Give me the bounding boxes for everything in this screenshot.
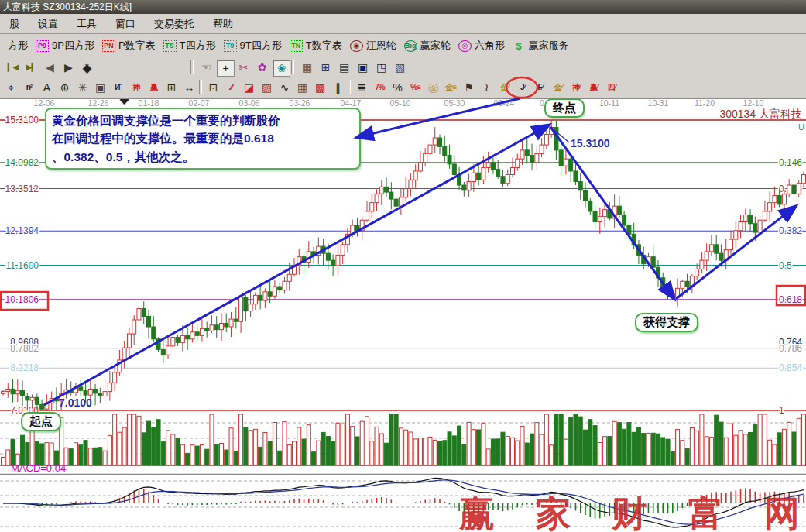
toolbar-drawing-tools: ⌖n²A⊕✳▣И˝神赢⊞↔⊡∕∕∕◪▨∿▦▩∥≣7%%%≡㊎金≡⚑≀金∕J∕F∕… xyxy=(0,77,806,99)
brain-tool-icon[interactable]: ❀ xyxy=(273,60,290,77)
svg-text:MACD=0.04: MACD=0.04 xyxy=(11,462,66,474)
svg-text:12-26: 12-26 xyxy=(88,98,109,108)
calculator-icon[interactable]: ⊞ xyxy=(317,60,334,75)
menu-item-1[interactable]: 设置 xyxy=(29,17,67,31)
ruler-123-icon[interactable]: ≣ xyxy=(354,80,370,95)
svg-text:06-24: 06-24 xyxy=(494,98,515,108)
hand-tool-icon[interactable]: ☜ xyxy=(198,60,214,75)
shen-tool-icon[interactable]: 神 xyxy=(128,80,144,95)
svg-text:05-10: 05-10 xyxy=(390,98,411,108)
zigzag-icon[interactable]: ∿ xyxy=(276,80,293,95)
T数字表-icon: TN xyxy=(290,40,303,52)
save-web-icon[interactable]: ◳ xyxy=(373,60,389,75)
box-tool-icon[interactable]: ⊡ xyxy=(205,80,221,95)
svg-text:8.7882: 8.7882 xyxy=(10,343,39,354)
angle-a-icon[interactable]: A xyxy=(39,80,55,95)
toolbar-item-9T四方形[interactable]: T99T四方形 xyxy=(224,39,282,53)
toolbar-item-六角形[interactable]: ◎六角形 xyxy=(458,39,505,53)
svg-text:0.854: 0.854 xyxy=(779,362,802,373)
peak-price-callout: 15.3100 xyxy=(571,137,610,149)
toolbar-item-P数字表[interactable]: PNP数字表 xyxy=(102,39,156,53)
toolbar-item-T数字表[interactable]: TNT数字表 xyxy=(290,39,342,53)
gold-circle-icon[interactable]: ㊎ xyxy=(425,80,441,95)
percent-lines-icon[interactable]: %≡ xyxy=(407,80,424,95)
pattern-tool-icon[interactable]: ✿ xyxy=(254,60,270,75)
pct7-icon[interactable]: 7% xyxy=(372,80,388,95)
tooltip-line-2: 在回调过程中的支撑位。最重要的是0.618 xyxy=(52,129,354,147)
svg-text:0.5: 0.5 xyxy=(779,260,792,271)
tooltip-line-3: 、0.382、0.5，其他次之。 xyxy=(52,148,354,166)
gann-compass-icon[interactable]: ⊕ xyxy=(57,80,73,95)
star-grid-icon[interactable]: ✳ xyxy=(74,80,91,95)
save-icon[interactable]: ▣ xyxy=(355,60,371,75)
toolbar-item-赢家服务[interactable]: $赢家服务 xyxy=(513,39,569,53)
wave-icon[interactable]: ≀ xyxy=(478,80,495,95)
toolbar-separator xyxy=(190,60,194,74)
percent-icon[interactable]: % xyxy=(389,80,406,95)
crosshair-tool-icon[interactable]: + xyxy=(217,60,235,77)
j-slash-icon[interactable]: J∕ xyxy=(514,80,530,95)
box-grid-icon[interactable]: ▣ xyxy=(92,80,108,95)
notes-icon[interactable]: ▤ xyxy=(336,60,352,75)
svg-text:15.3100: 15.3100 xyxy=(5,115,39,125)
pin-tool-icon[interactable]: ✂ xyxy=(235,60,252,75)
svg-text:13.3512: 13.3512 xyxy=(5,184,39,194)
toolbar-item-赢家轮[interactable]: Big赢家轮 xyxy=(404,39,451,53)
svg-text:8.2218: 8.2218 xyxy=(10,362,39,373)
red-grid-icon[interactable]: ▦ xyxy=(294,80,310,95)
toolbar-separator xyxy=(348,80,351,94)
svg-text:02-07: 02-07 xyxy=(189,98,210,108)
si-slash-icon[interactable]: 四∕ xyxy=(603,80,619,95)
menu-item-0[interactable]: 股 xyxy=(0,17,29,31)
num-grid-icon[interactable]: ⊞ xyxy=(163,80,180,95)
赢家轮-icon: Big xyxy=(404,40,417,52)
svg-text:05-30: 05-30 xyxy=(444,98,465,108)
parallel-icon[interactable]: ∥ xyxy=(330,80,346,95)
shen-slash-icon[interactable]: 神∕ xyxy=(568,80,584,95)
title-bar[interactable]: 大富科技 SZ300134-252日K线] xyxy=(0,0,806,14)
gold-retracement-tooltip: 黄金价格回调支撑位是一个重要的判断股价 在回调过程中的支撑位。最重要的是0.61… xyxy=(45,108,361,170)
svg-text:11-20: 11-20 xyxy=(695,98,715,108)
svg-text:12-10: 12-10 xyxy=(743,98,764,108)
f-slash-icon[interactable]: F∕ xyxy=(532,80,548,95)
ying-slash-icon[interactable]: 赢∕ xyxy=(585,80,602,95)
nav-prev-icon[interactable]: ◀ xyxy=(42,60,58,75)
target-cross-icon[interactable]: ⌖ xyxy=(3,80,19,95)
fan-box-icon[interactable]: ◪ xyxy=(241,80,257,95)
nav-next-icon[interactable]: ▶ xyxy=(60,60,77,75)
svg-text:U: U xyxy=(798,122,804,132)
toolbar-item-9P四方形[interactable]: P99P四方形 xyxy=(36,39,94,53)
n-squared-icon[interactable]: n² xyxy=(21,80,37,95)
toolbar-item-方形[interactable]: 方形 xyxy=(8,39,28,53)
nav-first-icon[interactable]: ▎◀ xyxy=(5,60,21,75)
menu-item-5[interactable]: 帮助 xyxy=(204,17,242,31)
start-price-callout: 7.0100 xyxy=(59,396,92,409)
svg-text:04-17: 04-17 xyxy=(341,98,362,108)
fan-lines-icon[interactable]: ∕∕∕ xyxy=(223,80,239,95)
svg-text:300134 大富科技: 300134 大富科技 xyxy=(719,108,802,120)
svg-text:11.1600: 11.1600 xyxy=(6,260,39,271)
red-grid2-icon[interactable]: ▩ xyxy=(312,80,328,95)
diag-box-icon[interactable]: ▨ xyxy=(259,80,275,95)
menu-item-3[interactable]: 窗口 xyxy=(106,17,145,31)
flag-icon[interactable]: ⚑ xyxy=(461,80,477,95)
gann-angle-icon[interactable]: И˝ xyxy=(110,80,126,95)
width-measure-icon[interactable]: ↔ xyxy=(181,80,197,95)
toolbar-item-T四方形[interactable]: TST四方形 xyxy=(163,39,216,53)
calendar-icon[interactable]: ▦ xyxy=(299,60,315,75)
menu-bar: 股设置工具窗口交易委托帮助 xyxy=(0,14,806,34)
svg-text:0.146: 0.146 xyxy=(779,157,802,168)
startpoint-badge: 起点 xyxy=(21,412,61,431)
ying-tool-icon[interactable]: 赢 xyxy=(146,80,162,95)
toolbar-item-江恩轮[interactable]: ◉江恩轮 xyxy=(350,39,396,53)
app-window: { "window": { "title": "大富科技 SZ300134-25… xyxy=(0,0,806,532)
menu-item-4[interactable]: 交易委托 xyxy=(145,17,204,31)
江恩轮-icon: ◉ xyxy=(350,40,363,52)
gold-lines-icon[interactable]: 金≡ xyxy=(443,80,459,95)
gold-slash-icon[interactable]: 金∕ xyxy=(550,80,566,95)
gold-retrace-icon[interactable]: 金∕ xyxy=(496,80,513,95)
workstation-icon[interactable]: ▧ xyxy=(392,60,408,75)
nav-last-icon[interactable]: ▶▎ xyxy=(23,60,39,75)
zoom-left-icon[interactable]: ◆← xyxy=(79,60,95,75)
menu-item-2[interactable]: 工具 xyxy=(67,17,106,31)
